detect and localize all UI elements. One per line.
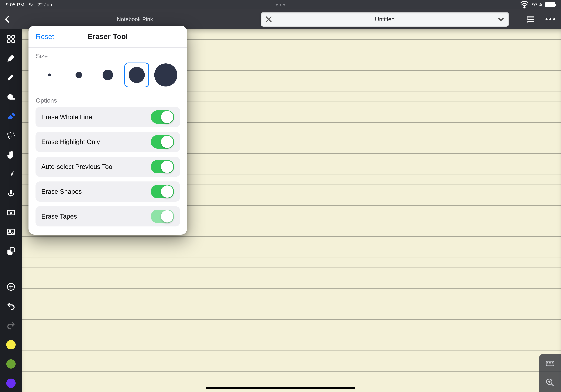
option-toggle[interactable] [151,185,174,198]
color-swatch-2[interactable] [6,359,16,369]
option-toggle[interactable] [151,210,174,223]
toolbar-separator [0,269,22,269]
statusbar-time: 9:05 PM [6,2,24,8]
eraser-size-5[interactable] [153,63,178,87]
highlighter-tool[interactable] [6,73,16,82]
svg-point-0 [524,7,525,8]
option-row-1: Erase Highlight Only [35,132,180,152]
color-swatch-3[interactable] [6,379,16,388]
keyboard-icon[interactable] [545,359,555,368]
notebook-name[interactable]: Notebook Pink [117,16,153,22]
document-title[interactable]: Untitled [277,16,493,23]
option-row-3: Erase Shapes [35,182,180,202]
size-dot-icon [76,72,82,78]
statusbar-date: Sat 22 Jun [29,2,52,8]
back-button[interactable] [3,15,21,24]
svg-rect-4 [12,40,14,43]
statusbar-battery-pct: 97% [532,2,542,8]
ipad-statusbar: 9:05 PM Sat 22 Jun 97% [0,0,561,9]
eraser-size-1[interactable] [37,63,62,87]
floating-controls [539,354,561,392]
wifi-icon [520,0,529,9]
color-swatch-1[interactable] [6,340,16,349]
option-label: Erase Highlight Only [41,138,100,145]
outline-list-button[interactable] [526,15,535,24]
redo-button[interactable] [6,321,16,330]
option-label: Erase Tapes [41,213,77,220]
size-section-label: Size [29,48,187,61]
option-toggle[interactable] [151,135,174,149]
size-dot-icon [129,67,145,83]
tool-sidebar [0,29,22,392]
undo-button[interactable] [6,301,16,311]
eraser-size-picker [29,61,187,92]
size-dot-icon [103,70,113,80]
options-section-label: Options [29,92,187,106]
svg-rect-15 [546,361,554,366]
eraser-options-list: Erase Whole LineErase Highlight OnlyAuto… [29,106,187,235]
eraser-size-4[interactable] [124,63,149,87]
size-dot-icon [48,74,51,76]
document-title-bar: Untitled [261,12,509,27]
eraser-tool-popover: Reset Eraser Tool Size Options Erase Who… [29,26,187,235]
eraser-tool[interactable] [6,111,16,121]
grid-icon[interactable] [6,34,16,44]
svg-rect-13 [10,248,14,252]
option-label: Auto-select Previous Tool [41,163,114,170]
zoom-in-icon[interactable] [545,378,555,387]
shapes-tool[interactable] [6,247,16,256]
popover-title: Eraser Tool [87,32,128,41]
tape-tool[interactable] [6,92,16,101]
option-row-4: Erase Tapes [35,206,180,227]
size-dot-icon [154,63,177,87]
option-toggle[interactable] [151,110,174,124]
battery-icon [545,2,555,7]
document-dropdown-button[interactable] [493,15,509,24]
hand-tool[interactable] [6,150,16,159]
pointer-tool[interactable] [6,169,16,179]
svg-point-7 [7,132,14,137]
mic-tool[interactable] [6,189,16,198]
reset-button[interactable]: Reset [36,33,54,41]
svg-rect-2 [12,35,14,38]
add-button[interactable] [6,282,16,292]
eraser-size-2[interactable] [66,63,91,87]
option-label: Erase Whole Line [41,113,92,121]
eraser-size-3[interactable] [95,63,120,87]
option-row-0: Erase Whole Line [35,107,180,127]
svg-rect-8 [10,190,12,195]
textbox-tool[interactable] [6,208,16,217]
lasso-tool[interactable] [6,131,16,140]
option-label: Erase Shapes [41,188,82,195]
option-toggle[interactable] [151,160,174,174]
multitask-dots[interactable] [276,4,285,6]
image-tool[interactable] [6,227,16,237]
option-row-2: Auto-select Previous Tool [35,157,180,177]
close-document-button[interactable] [261,15,277,24]
more-menu-button[interactable] [546,18,555,20]
svg-rect-1 [7,35,10,38]
svg-rect-3 [7,40,10,43]
svg-rect-10 [7,229,14,235]
svg-rect-6 [10,98,15,99]
home-indicator[interactable] [206,387,355,389]
pen-tool[interactable] [6,54,16,63]
